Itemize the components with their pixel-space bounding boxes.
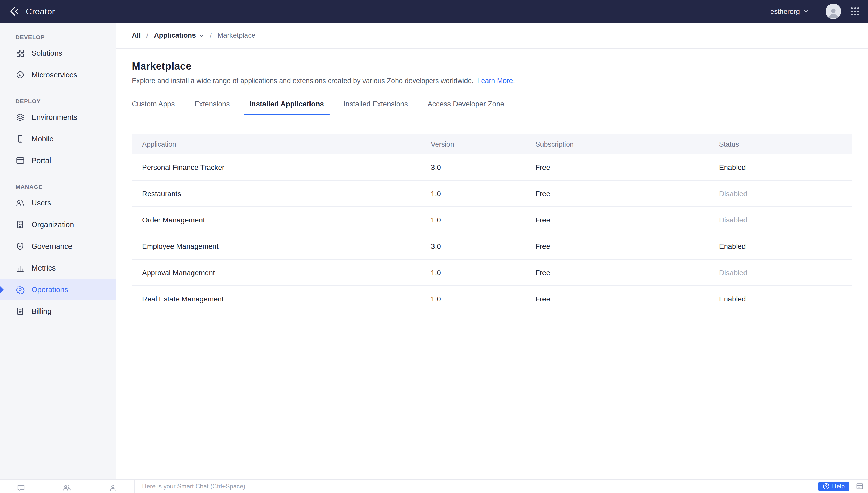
chevron-down-icon (803, 9, 809, 14)
cell-version: 1.0 (431, 259, 536, 286)
status-badge: Disabled (719, 207, 852, 233)
sidebar-item-label: Solutions (32, 49, 62, 57)
gear-icon (16, 285, 25, 294)
column-header-subscription: Subscription (535, 134, 719, 154)
learn-more-link[interactable]: Learn More. (477, 77, 515, 85)
bar-chart-icon (16, 263, 25, 273)
microservices-icon (16, 70, 25, 80)
phone-icon (16, 134, 25, 144)
column-header-version: Version (431, 134, 536, 154)
org-switcher[interactable]: estherorg (770, 7, 809, 15)
sidebar-item-billing[interactable]: Billing (0, 300, 116, 322)
sidebar-item-portal[interactable]: Portal (0, 150, 116, 171)
solutions-grid-icon (16, 48, 25, 58)
table-row[interactable]: Personal Finance Tracker 3.0 Free Enable… (132, 154, 852, 180)
feedback-icon[interactable] (855, 482, 864, 490)
sidebar-item-mobile[interactable]: Mobile (0, 128, 116, 150)
app-name: Creator (26, 6, 55, 16)
app-window: Creator estherorg (0, 0, 868, 493)
cell-version: 1.0 (431, 286, 536, 312)
breadcrumb-separator: / (146, 31, 148, 39)
breadcrumb-separator: / (210, 31, 212, 39)
sidebar-item-solutions[interactable]: Solutions (0, 42, 116, 64)
tab-extensions[interactable]: Extensions (189, 99, 235, 114)
cell-subscription: Free (535, 154, 719, 180)
table-row[interactable]: Employee Management 3.0 Free Enabled (132, 233, 852, 259)
table-row[interactable]: Real Estate Management 1.0 Free Enabled (132, 286, 852, 312)
table-row[interactable]: Restaurants 1.0 Free Disabled (132, 180, 852, 207)
page-description-text: Explore and install a wide range of appl… (132, 77, 474, 85)
sidebar-item-label: Environments (32, 113, 77, 121)
cell-subscription: Free (535, 259, 719, 286)
page-description: Explore and install a wide range of appl… (132, 77, 852, 85)
topbar: Creator estherorg (0, 0, 868, 23)
section-label-manage: MANAGE (0, 184, 116, 192)
community-icon[interactable] (63, 483, 71, 492)
building-icon (16, 220, 25, 229)
user-avatar[interactable] (826, 4, 841, 19)
section-label-develop: DEVELOP (0, 34, 116, 42)
main-panel: All / Applications / Marketplace Marketp… (116, 23, 868, 479)
section-label-deploy: DEPLOY (0, 98, 116, 106)
status-badge: Enabled (719, 286, 852, 312)
sidebar-item-label: Mobile (32, 135, 54, 143)
tab-access-developer-zone[interactable]: Access Developer Zone (422, 99, 510, 114)
footer-right: ? Help (819, 479, 868, 493)
sidebar-item-users[interactable]: Users (0, 192, 116, 214)
sidebar-item-label: Governance (32, 242, 73, 250)
sidebar-item-label: Microservices (32, 71, 77, 79)
cell-application: Restaurants (132, 180, 431, 207)
sidebar-item-operations[interactable]: Operations (0, 279, 116, 300)
tab-custom-apps[interactable]: Custom Apps (126, 99, 181, 114)
cell-subscription: Free (535, 207, 719, 233)
sidebar-item-label: Billing (32, 307, 51, 316)
sidebar-item-organization[interactable]: Organization (0, 214, 116, 235)
sidebar: DEVELOP Solutions Microservices DEPLOY (0, 23, 116, 493)
app-logo-group[interactable]: Creator (8, 5, 55, 18)
sidebar-item-governance[interactable]: Governance (0, 235, 116, 257)
cell-version: 1.0 (431, 180, 536, 207)
cell-application: Approval Management (132, 259, 431, 286)
help-button[interactable]: ? Help (819, 481, 849, 491)
cell-version: 1.0 (431, 207, 536, 233)
users-icon (16, 198, 25, 208)
table-row[interactable]: Approval Management 1.0 Free Disabled (132, 259, 852, 286)
table-row[interactable]: Order Management 1.0 Free Disabled (132, 207, 852, 233)
layers-icon (16, 112, 25, 122)
breadcrumb-applications[interactable]: Applications (154, 31, 204, 39)
question-mark-icon: ? (823, 483, 829, 489)
cell-application: Employee Management (132, 233, 431, 259)
sidebar-item-environments[interactable]: Environments (0, 106, 116, 128)
sidebar-item-label: Portal (32, 156, 51, 165)
status-badge: Disabled (719, 180, 852, 207)
tab-installed-applications[interactable]: Installed Applications (244, 99, 330, 114)
sidebar-item-metrics[interactable]: Metrics (0, 257, 116, 279)
footer-bar: ? Help (0, 479, 868, 493)
breadcrumb-all[interactable]: All (132, 31, 141, 39)
creator-logo-icon (8, 5, 21, 18)
smart-chat-input[interactable] (135, 482, 819, 490)
footer-dock (0, 479, 134, 493)
invoice-icon (16, 307, 25, 316)
cell-version: 3.0 (431, 233, 536, 259)
shield-check-icon (16, 242, 25, 251)
status-badge: Enabled (719, 233, 852, 259)
help-button-label: Help (832, 483, 845, 490)
cell-subscription: Free (535, 233, 719, 259)
breadcrumb-applications-label: Applications (154, 31, 196, 39)
apps-grid-icon[interactable] (850, 7, 860, 16)
contact-icon[interactable] (108, 483, 117, 492)
cell-application: Personal Finance Tracker (132, 154, 431, 180)
cell-application: Real Estate Management (132, 286, 431, 312)
sidebar-item-label: Organization (32, 220, 74, 229)
support-icon[interactable] (17, 483, 25, 492)
column-header-status: Status (719, 134, 852, 154)
table-header-row: Application Version Subscription Status (132, 134, 852, 154)
sidebar-item-microservices[interactable]: Microservices (0, 64, 116, 86)
tab-installed-extensions[interactable]: Installed Extensions (338, 99, 414, 114)
cell-subscription: Free (535, 286, 719, 312)
tab-bar: Custom Apps Extensions Installed Applica… (116, 99, 868, 115)
column-header-application: Application (132, 134, 431, 154)
chevron-down-icon[interactable] (199, 33, 204, 38)
sidebar-item-label: Metrics (32, 264, 56, 272)
